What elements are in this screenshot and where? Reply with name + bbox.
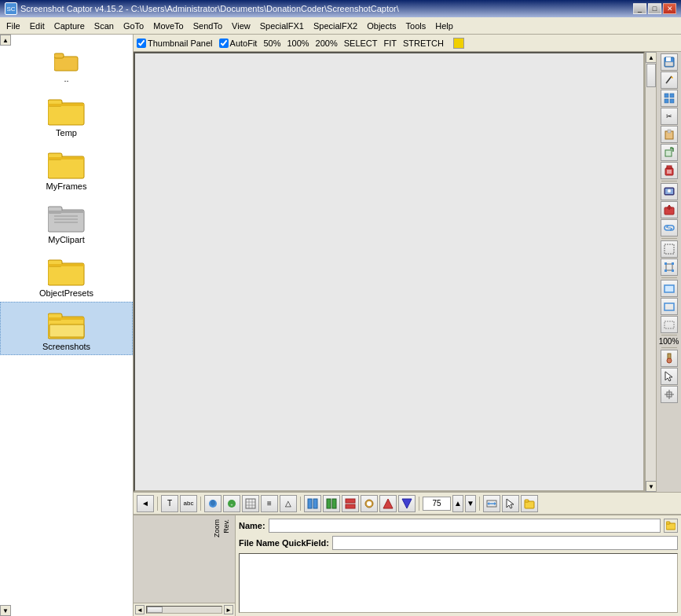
- menu-edit[interactable]: Edit: [25, 20, 49, 32]
- menu-view[interactable]: View: [227, 20, 255, 32]
- tool-tb2-btn[interactable]: [323, 495, 340, 512]
- vscroll-down[interactable]: ▼: [646, 481, 657, 492]
- folder-objectpresets[interactable]: ObjectPresets: [0, 248, 133, 302]
- tool-text-btn[interactable]: T: [161, 495, 178, 512]
- tool-fit-btn[interactable]: [483, 495, 500, 512]
- menu-moveto[interactable]: MoveTo: [148, 20, 189, 32]
- tool-cursor2-btn[interactable]: [502, 495, 519, 512]
- zoom-50[interactable]: 50%: [263, 38, 280, 48]
- rt-grid-btn[interactable]: [661, 90, 678, 107]
- autofit-toggle[interactable]: AutoFit: [219, 38, 258, 48]
- rt-cursor-btn[interactable]: [661, 368, 678, 385]
- menu-specialfx1[interactable]: SpecialFX1: [255, 20, 309, 32]
- rt-transform-btn[interactable]: [661, 258, 678, 276]
- rt-rotate-btn[interactable]: [661, 144, 678, 161]
- rt-screenshot-btn[interactable]: [661, 183, 678, 200]
- rt-select-rect-btn[interactable]: [661, 240, 678, 258]
- tool-color1-btn[interactable]: [204, 495, 222, 512]
- zoom-fit[interactable]: FIT: [384, 38, 397, 48]
- rt-scissors-btn[interactable]: ✂: [661, 108, 678, 125]
- maximize-button[interactable]: □: [648, 3, 661, 14]
- folder-myclipart[interactable]: MyClipart: [0, 195, 133, 248]
- tool-back-btn[interactable]: ◄: [137, 495, 154, 512]
- vscroll-up[interactable]: ▲: [646, 52, 657, 63]
- rt-upload-btn[interactable]: [661, 201, 678, 218]
- autofit-checkbox[interactable]: [219, 38, 229, 48]
- notes-textarea[interactable]: [239, 553, 678, 613]
- folder-myframes[interactable]: MyFrames: [0, 141, 133, 195]
- preview-scroll-thumb[interactable]: [147, 607, 163, 613]
- menu-tools[interactable]: Tools: [401, 20, 431, 32]
- menu-sendto[interactable]: SendTo: [189, 20, 227, 32]
- vscroll-track[interactable]: [646, 63, 656, 481]
- svg-rect-4: [48, 104, 84, 106]
- tool-grid-btn[interactable]: [242, 495, 259, 512]
- tool-color2-btn[interactable]: +: [223, 495, 240, 512]
- menu-scan[interactable]: Scan: [90, 20, 119, 32]
- center-area: Thumbnail Panel AutoFit 50% 100% 200% SE…: [134, 35, 681, 616]
- folder-dotdot[interactable]: ..: [0, 46, 133, 88]
- rt-save-btn[interactable]: [661, 53, 678, 71]
- rt-square-btn[interactable]: [661, 280, 678, 297]
- rt-link-btn[interactable]: [661, 219, 678, 236]
- rt-pencil-btn[interactable]: [661, 72, 678, 89]
- name-label: Name:: [239, 521, 265, 530]
- tool-triangle-btn[interactable]: △: [280, 495, 297, 512]
- rt-crosshair-btn[interactable]: [661, 386, 678, 403]
- menu-capture[interactable]: Capture: [49, 20, 90, 32]
- svg-rect-27: [665, 94, 668, 97]
- zoom-down-btn[interactable]: ▼: [465, 495, 476, 512]
- svg-rect-49: [665, 262, 667, 265]
- tool-tb3-btn[interactable]: [342, 495, 359, 512]
- folder-temp[interactable]: Temp: [0, 88, 133, 141]
- quickfield-label: File Name QuickField:: [239, 538, 329, 548]
- menu-goto[interactable]: GoTo: [119, 20, 148, 32]
- tool-folder-btn[interactable]: [521, 495, 538, 512]
- tool-tb5-btn[interactable]: [379, 495, 397, 512]
- svg-rect-54: [665, 303, 674, 310]
- vscroll-thumb[interactable]: [646, 64, 656, 87]
- zoom-select[interactable]: SELECT: [344, 38, 378, 48]
- zoom-stretch[interactable]: STRETCH: [403, 38, 444, 48]
- zoom-up-btn[interactable]: ▲: [452, 495, 463, 512]
- folder-screenshots[interactable]: Screenshots: [0, 302, 133, 355]
- tool-abc-btn[interactable]: abc: [180, 495, 197, 512]
- minimize-button[interactable]: _: [633, 3, 646, 14]
- rt-brush-btn[interactable]: [661, 350, 678, 367]
- rt-box-btn[interactable]: [661, 298, 678, 315]
- close-button[interactable]: ✕: [663, 3, 676, 14]
- zoom-100[interactable]: 100%: [287, 38, 309, 48]
- zoom-input[interactable]: 75: [423, 497, 451, 511]
- color-swatch[interactable]: [453, 38, 464, 49]
- bottom-info-panel: ◄ ► Zoom Rev. Name:: [134, 514, 681, 616]
- menu-file[interactable]: File: [2, 20, 25, 32]
- rt-delete-btn[interactable]: [661, 162, 678, 179]
- preview-scroll-left[interactable]: ◄: [135, 605, 145, 614]
- menu-help[interactable]: Help: [430, 20, 458, 32]
- svg-rect-20: [49, 324, 84, 337]
- thumbnail-panel-toggle[interactable]: Thumbnail Panel: [137, 38, 213, 48]
- menu-objects[interactable]: Objects: [362, 20, 401, 32]
- preview-scroll-right[interactable]: ►: [224, 605, 233, 614]
- svg-rect-1: [54, 53, 64, 58]
- tool-tb1-btn[interactable]: [304, 495, 321, 512]
- name-field[interactable]: [269, 519, 661, 533]
- scroll-down-arrow[interactable]: ▼: [0, 605, 11, 616]
- thumbnail-checkbox[interactable]: [137, 38, 146, 48]
- tool-tb4-btn[interactable]: [361, 495, 378, 512]
- svg-rect-75: [346, 504, 355, 508]
- zoom-200[interactable]: 200%: [316, 38, 338, 48]
- menu-specialfx2[interactable]: SpecialFX2: [309, 20, 362, 32]
- tool-sep-1: [157, 497, 158, 511]
- tool-sep-4: [419, 497, 419, 511]
- quickfield-input[interactable]: [332, 536, 678, 550]
- right-toolbar: ✂: [656, 52, 681, 492]
- scroll-up-arrow[interactable]: ▲: [0, 35, 11, 46]
- tool-tb6-btn[interactable]: [398, 495, 416, 512]
- tool-lines-btn[interactable]: ≡: [261, 495, 278, 512]
- rt-clipboard-btn[interactable]: [661, 126, 678, 143]
- rt-box2-btn[interactable]: [661, 316, 678, 333]
- name-folder-btn[interactable]: [664, 519, 678, 533]
- svg-rect-88: [666, 522, 670, 524]
- preview-scroll-track[interactable]: [146, 606, 222, 614]
